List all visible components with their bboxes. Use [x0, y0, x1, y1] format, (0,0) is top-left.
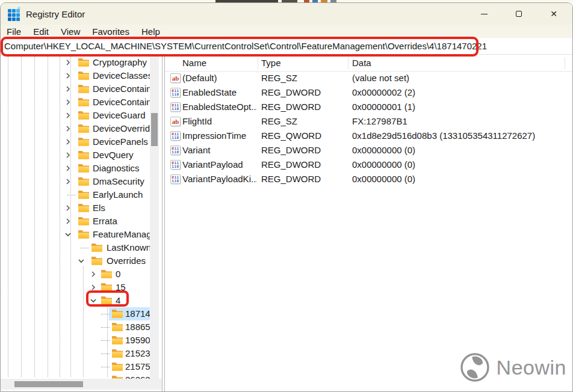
tree-item-devquery[interactable]: DevQuery — [1, 149, 162, 162]
tree-connector — [101, 340, 110, 341]
folder-icon — [101, 283, 113, 294]
chevron-right-icon[interactable] — [63, 216, 73, 226]
chevron-right-icon[interactable] — [63, 177, 73, 186]
value-row-impressiontime[interactable]: 011110ImpressionTimeREG_QWORD0x1d8e29d51… — [165, 129, 572, 143]
tree-item-21575[interactable]: 21575 — [1, 360, 162, 373]
value-data: 0x00000001 (1) — [352, 100, 570, 114]
chevron-down-icon[interactable] — [88, 296, 98, 305]
tree-item-deviceclasses[interactable]: DeviceClasses — [1, 69, 162, 82]
menu-bar: FileEditViewFavoritesHelp — [1, 25, 572, 38]
value-type: REG_QWORD — [261, 129, 348, 143]
tree-item-0[interactable]: 0 — [1, 268, 162, 281]
column-header-type[interactable]: Type — [261, 55, 281, 72]
tree-item-devicecontain[interactable]: DeviceContain — [1, 82, 162, 96]
address-input[interactable]: Computer\HKEY_LOCAL_MACHINE\SYSTEM\Curre… — [4, 38, 570, 55]
tree-item-diagnostics[interactable]: Diagnostics — [1, 162, 162, 175]
string-value-icon: ab — [170, 73, 181, 83]
chevron-right-icon[interactable] — [63, 97, 73, 107]
scrollbar-thumb[interactable] — [14, 381, 83, 387]
tree-item-label: FeatureManage — [93, 228, 156, 241]
scrollbar-thumb[interactable] — [151, 113, 158, 146]
tree-item-errata[interactable]: Errata — [1, 215, 162, 228]
maximize-button[interactable] — [501, 3, 536, 25]
tree-item-15[interactable]: 15 — [1, 281, 162, 294]
tree-item-label: DeviceOverride — [93, 122, 155, 135]
tree-vertical-scrollbar[interactable] — [150, 55, 159, 379]
value-type: REG_SZ — [261, 71, 348, 85]
value-name: EnabledState — [182, 85, 257, 100]
menu-item-edit[interactable]: Edit — [33, 26, 49, 37]
tree-item-label: DeviceGuard — [93, 109, 146, 122]
tree-item-label: Overrides — [107, 254, 146, 268]
registry-editor-icon — [8, 8, 20, 20]
folder-icon — [101, 269, 113, 281]
close-button[interactable]: ✕ — [536, 3, 571, 25]
menu-item-favorites[interactable]: Favorites — [92, 26, 129, 37]
tree-item-label: 21575 — [125, 360, 150, 373]
tree-item-18714[interactable]: 18714 — [1, 307, 162, 320]
tree-item-dmasecurity[interactable]: DmaSecurity — [1, 175, 162, 188]
value-type: REG_DWORD — [261, 158, 348, 172]
value-row-default[interactable]: ab(Default)REG_SZ(value not set) — [165, 71, 572, 85]
chevron-right-icon[interactable] — [63, 124, 73, 133]
tree-item-devicepanels[interactable]: DevicePanels — [1, 135, 162, 149]
chevron-right-icon[interactable] — [63, 58, 73, 67]
tree-item-devicecontain[interactable]: DeviceContain — [1, 96, 162, 109]
chevron-right-icon[interactable] — [63, 164, 73, 173]
chevron-right-icon[interactable] — [63, 137, 73, 147]
value-row-enabledstate[interactable]: 011110EnabledStateREG_DWORD0x00000002 (2… — [165, 85, 572, 100]
tree-item-21523[interactable]: 21523 — [1, 347, 162, 360]
column-header-data[interactable]: Data — [352, 55, 371, 72]
chevron-down-icon[interactable] — [76, 256, 86, 266]
tree-item-cryptography[interactable]: Cryptography — [1, 56, 162, 69]
value-row-flightid[interactable]: abFlightIdREG_SZFX:127987B1 — [165, 114, 572, 129]
tree-item-label: DeviceContain — [93, 96, 152, 109]
tree-horizontal-scrollbar[interactable] — [1, 379, 162, 390]
menu-item-view[interactable]: View — [61, 26, 80, 37]
chevron-right-icon[interactable] — [88, 283, 98, 292]
chevron-right-icon[interactable] — [63, 150, 73, 160]
folder-icon — [111, 322, 123, 334]
column-header-name[interactable]: Name — [182, 55, 206, 72]
chevron-right-icon[interactable] — [63, 84, 73, 94]
folder-icon — [78, 97, 90, 109]
tree-item-19590[interactable]: 19590 — [1, 334, 162, 347]
folder-icon — [111, 362, 123, 373]
folder-icon — [78, 164, 90, 175]
chevron-right-icon[interactable] — [63, 203, 73, 213]
chevron-down-icon[interactable] — [63, 230, 73, 239]
chevron-right-icon[interactable] — [63, 71, 73, 81]
menu-item-help[interactable]: Help — [141, 26, 160, 37]
menu-item-file[interactable]: File — [7, 26, 21, 37]
tree-item-deviceoverride[interactable]: DeviceOverride — [1, 122, 162, 135]
value-data: FX:127987B1 — [352, 114, 570, 129]
value-row-variantpayload[interactable]: 011110VariantPayloadREG_DWORD0x00000000 … — [165, 158, 572, 172]
window-title: Registry Editor — [26, 9, 85, 19]
tree-item-els[interactable]: Els — [1, 201, 162, 215]
tree-item-earlylaunch[interactable]: EarlyLaunch — [1, 188, 162, 201]
chevron-right-icon[interactable] — [63, 111, 73, 120]
tree-connector — [101, 354, 110, 354]
dword-value-icon: 011110 — [170, 174, 181, 184]
value-row-variant[interactable]: 011110VariantREG_DWORD0x00000000 (0) — [165, 143, 572, 158]
tree-item-lastknowng[interactable]: LastKnownG — [1, 241, 162, 254]
value-row-enabledstateopt[interactable]: 011110EnabledStateOpt...REG_DWORD0x00000… — [165, 100, 572, 114]
tree-connector — [81, 248, 89, 248]
value-name: VariantPayload — [182, 158, 257, 172]
tree-item-18865[interactable]: 18865 — [1, 320, 162, 334]
string-value-icon: ab — [170, 117, 181, 126]
tree-item-deviceguard[interactable]: DeviceGuard — [1, 109, 162, 122]
tree-item-4[interactable]: 4 — [1, 294, 162, 307]
folder-icon — [111, 335, 123, 347]
value-row-variantpayloadki[interactable]: 011110VariantPayloadKi...REG_DWORD0x0000… — [165, 172, 572, 186]
chevron-right-icon[interactable] — [88, 269, 98, 279]
tree-item-overrides[interactable]: Overrides — [1, 254, 162, 268]
folder-icon — [78, 137, 90, 149]
value-data: 0x00000000 (0) — [352, 143, 570, 158]
minimize-button[interactable] — [466, 3, 501, 25]
folder-icon — [78, 124, 90, 135]
tree-item-featuremanage[interactable]: FeatureManage — [1, 228, 162, 241]
dword-value-icon: 011110 — [170, 88, 181, 97]
folder-icon — [78, 203, 90, 215]
tree-item-label: DeviceContain — [93, 82, 152, 96]
